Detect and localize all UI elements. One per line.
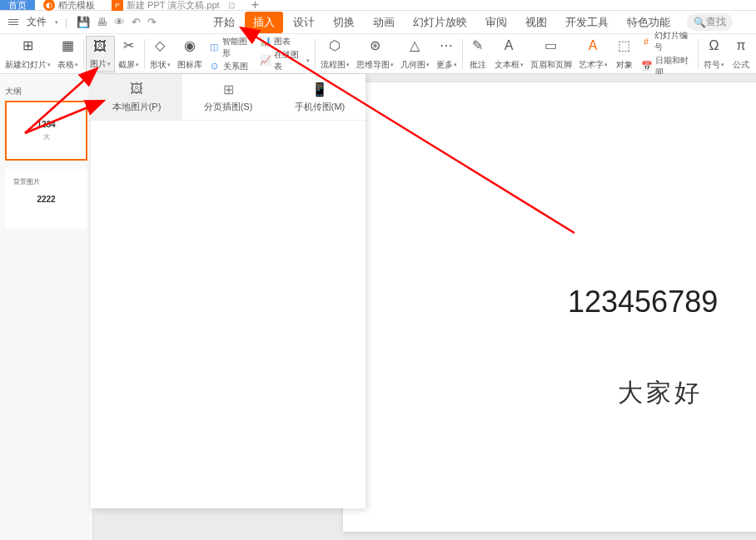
image-dropdown: 🖼 本地图片(P) ⊞ 分页插图(S) 📱 手机传图(M) (91, 74, 366, 508)
tab-docker[interactable]: ◐ 稻壳模板 (35, 0, 103, 10)
ribbon-shapes[interactable]: ◇ 形状▾ (147, 36, 174, 72)
textbox-icon: A (499, 37, 519, 54)
slide-title-text[interactable]: 123456789 (568, 285, 718, 320)
image-icon: 🖼 (90, 38, 110, 55)
ribbon-symbol[interactable]: Ω 符号▾ (700, 36, 728, 72)
print-icon[interactable]: 🖶 (97, 16, 107, 28)
comment-icon: ✎ (468, 37, 488, 54)
more-icon: ⋯ (436, 37, 456, 54)
ribbon-wordart[interactable]: A 艺术字▾ (575, 36, 611, 72)
slide-subtitle-text[interactable]: 大家好 (618, 376, 703, 410)
table-icon: ▦ (58, 37, 78, 54)
wordart-icon: A (583, 37, 603, 54)
ribbon-object[interactable]: ⬚ 对象 (611, 36, 638, 72)
object-icon: ⬚ (614, 37, 634, 54)
ribbon-new-slide[interactable]: ⊞ 新建幻灯片▾ (2, 36, 54, 72)
tab-home[interactable]: 首页 (0, 0, 35, 10)
ribbon-slide-number[interactable]: #幻灯片编号 (641, 30, 693, 53)
redo-icon[interactable]: ↷ (147, 16, 157, 28)
ribbon: ⊞ 新建幻灯片▾ ▦ 表格▾ 🖼 图片▾ ✂ 截屏▾ ◇ 形状▾ ◉ 图标库 ◫… (0, 34, 756, 74)
ribbon-mindmap[interactable]: ⊛ 思维导图▾ (353, 36, 397, 72)
slide-canvas[interactable]: 123456789 大家好 (343, 82, 756, 532)
ribbon-screenshot[interactable]: ✂ 截屏▾ (115, 36, 142, 72)
ppt-icon: P (112, 0, 123, 11)
undo-icon[interactable]: ↶ (132, 16, 141, 28)
ribbon-smartart[interactable]: ◫智能图形 (209, 36, 253, 59)
search-box[interactable]: 🔍 查找 (687, 13, 733, 31)
dropdown-local-image[interactable]: 🖼 本地图片(P) (91, 74, 182, 120)
menu-tabs: 开始 插入 设计 切换 动画 幻灯片放映 审阅 视图 开发工具 特色功能 (205, 12, 679, 33)
local-image-icon: 🖼 (125, 81, 148, 97)
slide-thumb-1[interactable]: 1234 大 (5, 101, 87, 161)
menu-tab-view[interactable]: 视图 (517, 12, 555, 33)
dropdown-page-illustration[interactable]: ⊞ 分页插图(S) (182, 74, 274, 120)
mindmap-icon: ⊛ (365, 37, 385, 54)
ribbon-image[interactable]: 🖼 图片▾ (86, 36, 115, 72)
docker-icon: ◐ (43, 0, 55, 11)
ribbon-more[interactable]: ⋯ 更多▾ (433, 36, 460, 72)
menu-tab-slideshow[interactable]: 幻灯片放映 (405, 12, 475, 33)
ribbon-icons[interactable]: ◉ 图标库 (174, 36, 206, 72)
flowchart-icon: ⬡ (325, 37, 345, 54)
tab-bar: 首页 ◐ 稻壳模板 P 新建 PPT 演示文稿.ppt ⊡ + (0, 0, 756, 11)
ribbon-online-chart[interactable]: 📈在线图表▾ (260, 49, 310, 72)
slide-panel: 大纲 1234 大 2222 背景图片 (0, 74, 93, 540)
new-slide-icon: ⊞ (18, 37, 38, 54)
page-illustration-icon: ⊞ (216, 81, 240, 97)
tab-file[interactable]: P 新建 PPT 演示文稿.ppt ⊡ (103, 0, 243, 10)
menu-tab-review[interactable]: 审阅 (477, 12, 515, 33)
menu-tab-start[interactable]: 开始 (205, 12, 243, 33)
menu-tab-insert[interactable]: 插入 (245, 12, 283, 33)
file-dropdown-icon[interactable]: ▾ (55, 19, 58, 26)
hamburger-icon[interactable] (4, 19, 22, 25)
menu-tab-animation[interactable]: 动画 (365, 12, 403, 33)
ribbon-textbox[interactable]: A 文本框▾ (491, 36, 527, 72)
ribbon-header-footer[interactable]: ▭ 页眉和页脚 (527, 36, 575, 72)
equation-icon: π (731, 37, 751, 54)
dropdown-body (91, 121, 366, 508)
tab-close-icon[interactable]: ⊡ (228, 1, 235, 10)
screenshot-icon: ✂ (118, 37, 138, 54)
preview-icon[interactable]: 👁 (114, 16, 125, 28)
iconlib-icon: ◉ (180, 37, 200, 54)
outline-label[interactable]: 大纲 (5, 82, 87, 101)
ribbon-chart[interactable]: 📊图表 (260, 36, 310, 47)
ribbon-relation[interactable]: ⊙关系图 (209, 61, 253, 72)
ribbon-flowchart[interactable]: ⬡ 流程图▾ (317, 36, 353, 72)
headerfooter-icon: ▭ (541, 37, 561, 54)
phone-image-icon: 📱 (308, 81, 331, 97)
ribbon-equation[interactable]: π 公式 (728, 36, 754, 72)
menu-file[interactable]: 文件 (27, 15, 47, 29)
menu-tab-transition[interactable]: 切换 (325, 12, 363, 33)
shapes-icon: ◇ (150, 37, 170, 54)
ribbon-geometry[interactable]: △ 几何图▾ (397, 36, 433, 72)
slide-thumb-2[interactable]: 2222 背景图片 (5, 169, 87, 229)
geometry-icon: △ (405, 37, 425, 54)
symbol-icon: Ω (704, 37, 724, 54)
menu-tab-dev[interactable]: 开发工具 (557, 12, 617, 33)
ribbon-comment[interactable]: ✎ 批注 (465, 36, 491, 72)
dropdown-phone-image[interactable]: 📱 手机传图(M) (274, 74, 366, 120)
save-icon[interactable]: 💾 (77, 16, 90, 28)
menu-tab-design[interactable]: 设计 (285, 12, 323, 33)
search-icon: 🔍 (694, 17, 706, 28)
ribbon-table[interactable]: ▦ 表格▾ (54, 36, 82, 72)
